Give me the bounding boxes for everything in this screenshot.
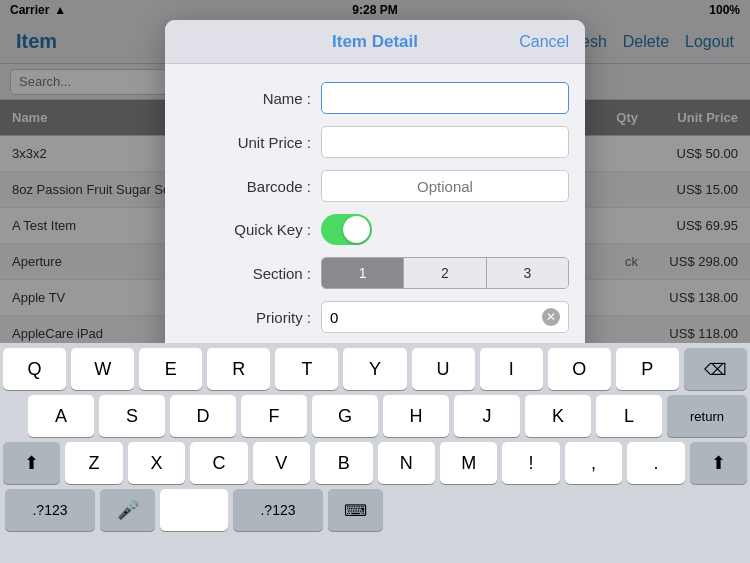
priority-input[interactable]: [330, 309, 542, 326]
key-t[interactable]: T: [275, 348, 338, 390]
key-symbols-left[interactable]: .?123: [5, 489, 95, 531]
key-f[interactable]: F: [241, 395, 307, 437]
keyboard-row-1: Q W E R T Y U I O P ⌫: [0, 343, 750, 390]
key-z[interactable]: Z: [65, 442, 122, 484]
toggle-knob: [343, 216, 370, 243]
unit-price-label: Unit Price :: [181, 134, 321, 151]
unit-price-input[interactable]: [321, 126, 569, 158]
section-label: Section :: [181, 265, 321, 282]
key-period[interactable]: .: [627, 442, 684, 484]
section-option-2[interactable]: 2: [404, 258, 486, 288]
key-comma[interactable]: ,: [565, 442, 622, 484]
key-symbols-right[interactable]: .?123: [233, 489, 323, 531]
key-s[interactable]: S: [99, 395, 165, 437]
barcode-label: Barcode :: [181, 178, 321, 195]
priority-row: Priority : ✕: [165, 295, 585, 339]
barcode-row: Barcode :: [165, 164, 585, 208]
key-return[interactable]: return: [667, 395, 747, 437]
key-d[interactable]: D: [170, 395, 236, 437]
quick-key-row: Quick Key :: [165, 208, 585, 251]
key-r[interactable]: R: [207, 348, 270, 390]
key-delete[interactable]: ⌫: [684, 348, 747, 390]
key-v[interactable]: V: [253, 442, 310, 484]
modal-title: Item Detail: [332, 32, 418, 52]
key-keyboard-hide[interactable]: ⌨: [328, 489, 383, 531]
key-mic[interactable]: 🎤: [100, 489, 155, 531]
quick-key-toggle[interactable]: [321, 214, 372, 245]
key-g[interactable]: G: [312, 395, 378, 437]
key-h[interactable]: H: [383, 395, 449, 437]
key-shift[interactable]: ⬆: [3, 442, 60, 484]
key-w[interactable]: W: [71, 348, 134, 390]
section-segmented: 1 2 3: [321, 257, 569, 289]
unit-price-row: Unit Price :: [165, 120, 585, 164]
key-q[interactable]: Q: [3, 348, 66, 390]
barcode-input[interactable]: [321, 170, 569, 202]
key-y[interactable]: Y: [343, 348, 406, 390]
key-exclaim[interactable]: !: [502, 442, 559, 484]
cancel-button[interactable]: Cancel: [519, 33, 569, 51]
section-option-3[interactable]: 3: [487, 258, 568, 288]
key-l[interactable]: L: [596, 395, 662, 437]
name-row: Name :: [165, 76, 585, 120]
key-p[interactable]: P: [616, 348, 679, 390]
key-j[interactable]: J: [454, 395, 520, 437]
key-space[interactable]: [160, 489, 228, 531]
quick-key-label: Quick Key :: [181, 221, 321, 238]
key-e[interactable]: E: [139, 348, 202, 390]
key-shift-right[interactable]: ⬆: [690, 442, 747, 484]
section-option-1[interactable]: 1: [322, 258, 404, 288]
key-u[interactable]: U: [412, 348, 475, 390]
keyboard-row-2: A S D F G H J K L return: [0, 390, 750, 437]
key-m[interactable]: M: [440, 442, 497, 484]
modal-header: Item Detail Cancel: [165, 20, 585, 64]
key-k[interactable]: K: [525, 395, 591, 437]
section-row: Section : 1 2 3: [165, 251, 585, 295]
key-c[interactable]: C: [190, 442, 247, 484]
key-x[interactable]: X: [128, 442, 185, 484]
priority-clear-button[interactable]: ✕: [542, 308, 560, 326]
key-a[interactable]: A: [28, 395, 94, 437]
keyboard-row-3: ⬆ Z X C V B N M ! , . ⬆: [0, 437, 750, 484]
priority-label: Priority :: [181, 309, 321, 326]
keyboard-row-4: .?123 🎤 .?123 ⌨: [0, 484, 750, 535]
name-input[interactable]: [321, 82, 569, 114]
key-o[interactable]: O: [548, 348, 611, 390]
key-i[interactable]: I: [480, 348, 543, 390]
quick-key-toggle-container: [321, 214, 569, 245]
key-b[interactable]: B: [315, 442, 372, 484]
key-n[interactable]: N: [378, 442, 435, 484]
priority-field-container: ✕: [321, 301, 569, 333]
keyboard: Q W E R T Y U I O P ⌫ A S D F G H J K L …: [0, 343, 750, 563]
name-label: Name :: [181, 90, 321, 107]
